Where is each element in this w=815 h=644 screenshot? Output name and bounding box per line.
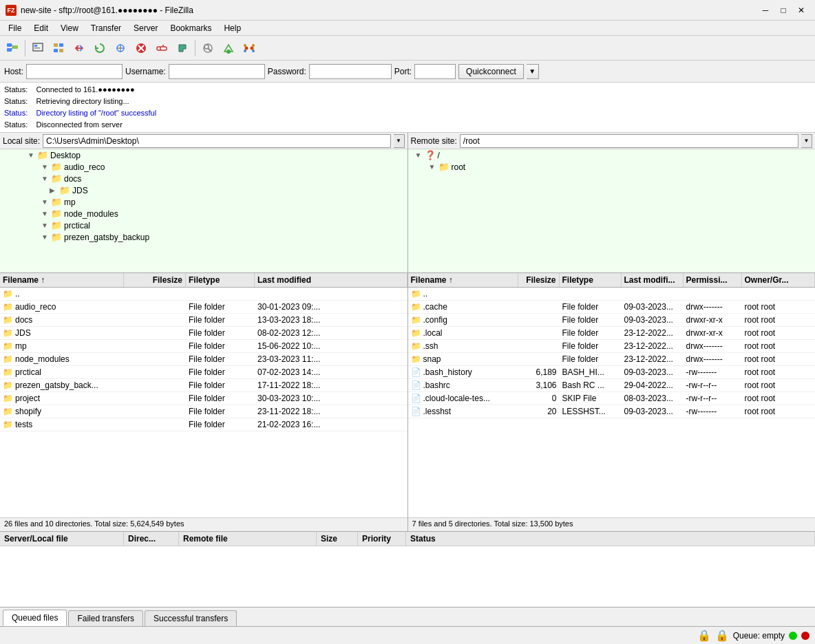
remote-file-row-bashrc[interactable]: 📄.bashrc 3,106 Bash RC ... 29-04-2022...… xyxy=(408,379,816,392)
local-path-dropdown[interactable]: ▼ xyxy=(394,134,405,148)
tree-toggle[interactable]: ▼ xyxy=(41,175,51,182)
tree-toggle[interactable]: ▼ xyxy=(28,151,37,159)
remote-file-row-cache[interactable]: 📁.cache File folder 09-03-2023... drwx--… xyxy=(408,301,816,314)
local-file-row-tests[interactable]: 📁tests File folder 21-02-2023 16:... xyxy=(0,418,408,431)
local-col-header-name[interactable]: Filename ↑ xyxy=(0,273,124,287)
site-manager-button[interactable] xyxy=(3,39,22,58)
local-file-row-prezen[interactable]: 📁prezen_gatsby_back... File folder 17-11… xyxy=(0,379,408,392)
quickconnect-button[interactable]: Quickconnect xyxy=(458,64,524,79)
transfer-col-size: Size xyxy=(317,532,358,546)
tree-item-audio[interactable]: ▼ 📁 audio_reco xyxy=(0,161,408,173)
remote-path-dropdown[interactable]: ▼ xyxy=(801,134,812,148)
menu-transfer[interactable]: Transfer xyxy=(85,22,127,34)
tab-failed-transfers[interactable]: Failed transfers xyxy=(68,610,143,626)
title-bar-left: FZ new-site - sftp://root@161.●●●●●●●● -… xyxy=(6,5,193,16)
tree-item-desktop[interactable]: ▼ 📁 Desktop xyxy=(0,149,408,161)
local-path-input[interactable] xyxy=(43,134,390,148)
menu-view[interactable]: View xyxy=(55,22,84,34)
remote-col-header-type[interactable]: Filetype xyxy=(560,273,622,287)
tree-toggle[interactable]: ▼ xyxy=(41,210,51,217)
local-panel: Local site: ▼ ▼ 📁 Desktop ▼ 📁 audio_reco… xyxy=(0,133,408,531)
transfer-area: Server/Local file Direc... Remote file S… xyxy=(0,531,815,607)
tree-toggle[interactable]: ▶ xyxy=(50,186,59,194)
local-col-header-size[interactable]: Filesize xyxy=(124,273,186,287)
toolbar-btn-7[interactable] xyxy=(173,39,192,58)
menu-edit[interactable]: Edit xyxy=(28,22,54,34)
remote-file-row-bash-history[interactable]: 📄.bash_history 6,189 BASH_HI... 09-03-20… xyxy=(408,366,816,379)
toolbar-btn-3[interactable] xyxy=(70,39,89,58)
tree-item-prctical[interactable]: ▼ 📁 prctical xyxy=(0,219,408,231)
remote-col-header-size[interactable]: Filesize xyxy=(518,273,560,287)
remote-file-row-local[interactable]: 📁.local File folder 23-12-2022... drwxr-… xyxy=(408,327,816,340)
tree-toggle[interactable]: ▼ xyxy=(41,222,51,229)
tree-toggle[interactable]: ▼ xyxy=(41,198,51,206)
cancel-button[interactable] xyxy=(131,39,151,58)
local-file-row-project[interactable]: 📁project File folder 30-03-2023 10:... xyxy=(0,392,408,405)
remote-col-header-name[interactable]: Filename ↑ xyxy=(408,273,518,287)
local-file-list[interactable]: 📁.. 📁audio_reco File folder 30-01-2023 0… xyxy=(0,288,408,517)
toolbar-btn-2[interactable] xyxy=(49,39,68,58)
toolbar-btn-9[interactable] xyxy=(219,39,238,58)
remote-col-header-perm[interactable]: Permissi... xyxy=(684,273,742,287)
password-input[interactable] xyxy=(309,64,392,79)
tree-toggle[interactable]: ▼ xyxy=(415,151,425,159)
toolbar-btn-5[interactable] xyxy=(111,39,130,58)
remote-file-list[interactable]: 📁.. 📁.cache File folder 09-03-2023... dr… xyxy=(408,288,816,517)
local-col-header-date[interactable]: Last modified xyxy=(255,273,408,287)
local-tree-view[interactable]: ▼ 📁 Desktop ▼ 📁 audio_reco ▼ 📁 docs ▶ 📁 xyxy=(0,149,408,273)
svg-rect-11 xyxy=(59,49,63,52)
tree-toggle[interactable]: ▼ xyxy=(429,163,438,171)
menu-bookmarks[interactable]: Bookmarks xyxy=(165,22,217,34)
tree-toggle[interactable]: ▼ xyxy=(41,233,51,241)
toolbar-btn-1[interactable] xyxy=(28,39,47,58)
minimize-button[interactable]: ─ xyxy=(757,3,774,17)
tab-queued-files[interactable]: Queued files xyxy=(3,610,67,626)
port-input[interactable] xyxy=(414,64,456,79)
remote-col-header-date[interactable]: Last modifi... xyxy=(622,273,684,287)
maximize-button[interactable]: □ xyxy=(775,3,792,17)
tab-successful-transfers[interactable]: Successful transfers xyxy=(145,610,237,626)
host-input[interactable] xyxy=(26,64,123,79)
remote-file-row-config[interactable]: 📁.config File folder 09-03-2023... drwxr… xyxy=(408,314,816,327)
local-col-header-type[interactable]: Filetype xyxy=(186,273,255,287)
tree-item-jds[interactable]: ▶ 📁 JDS xyxy=(0,184,408,196)
tree-item-prezen[interactable]: ▼ 📁 prezen_gatsby_backup xyxy=(0,231,408,243)
svg-line-23 xyxy=(208,48,211,52)
tree-item-root-slash[interactable]: ▼ ❓ / xyxy=(408,149,816,161)
remote-file-row-snap[interactable]: 📁snap File folder 23-12-2022... drwx----… xyxy=(408,353,816,366)
local-file-row-docs[interactable]: 📁docs File folder 13-03-2023 18:... xyxy=(0,314,408,327)
remote-file-row-ssh[interactable]: 📁.ssh File folder 23-12-2022... drwx----… xyxy=(408,340,816,353)
local-file-row-node[interactable]: 📁node_modules File folder 23-03-2023 11:… xyxy=(0,353,408,366)
transfer-col-server: Server/Local file xyxy=(0,532,124,546)
remote-file-row-lesshst[interactable]: 📄.lesshst 20 LESSHST... 09-03-2023... -r… xyxy=(408,405,816,418)
transfer-col-dir: Direc... xyxy=(124,532,179,546)
tree-item-mp[interactable]: ▼ 📁 mp xyxy=(0,196,408,208)
tree-item-node[interactable]: ▼ 📁 node_modules xyxy=(0,208,408,219)
tree-item-docs[interactable]: ▼ 📁 docs xyxy=(0,173,408,184)
remote-file-row-cloud[interactable]: 📄.cloud-locale-tes... 0 SKIP File 08-03-… xyxy=(408,392,816,405)
local-file-row-audio[interactable]: 📁audio_reco File folder 30-01-2023 09:..… xyxy=(0,301,408,314)
disconnect-button[interactable] xyxy=(152,39,171,58)
quickconnect-dropdown[interactable]: ▼ xyxy=(527,64,539,79)
menu-server[interactable]: Server xyxy=(128,22,163,34)
tree-toggle[interactable]: ▼ xyxy=(41,163,51,171)
local-file-row-shopify[interactable]: 📁shopify File folder 23-11-2022 18:... xyxy=(0,405,408,418)
local-file-row-prctical[interactable]: 📁prctical File folder 07-02-2023 14:... xyxy=(0,366,408,379)
tree-item-root-dir[interactable]: ▼ 📁 root xyxy=(408,161,816,173)
remote-tree-view[interactable]: ▼ ❓ / ▼ 📁 root xyxy=(408,149,816,273)
close-button[interactable]: ✕ xyxy=(793,3,809,17)
local-file-row-dotdot[interactable]: 📁.. xyxy=(0,288,408,301)
username-input[interactable] xyxy=(169,64,265,79)
remote-path-input[interactable] xyxy=(460,134,798,148)
remote-file-row-dotdot[interactable]: 📁.. xyxy=(408,288,816,301)
toolbar-btn-10[interactable] xyxy=(240,39,259,58)
local-file-row-jds[interactable]: 📁JDS File folder 08-02-2023 12:... xyxy=(0,327,408,340)
local-file-row-mp[interactable]: 📁mp File folder 15-06-2022 10:... xyxy=(0,340,408,353)
refresh-button[interactable] xyxy=(90,39,109,58)
folder-icon: 📁 xyxy=(3,354,13,364)
toolbar-btn-8[interactable] xyxy=(198,39,218,58)
remote-col-header-owner[interactable]: Owner/Gr... xyxy=(742,273,816,287)
host-label: Host: xyxy=(4,67,23,76)
menu-help[interactable]: Help xyxy=(218,22,246,34)
menu-file[interactable]: File xyxy=(3,22,27,34)
